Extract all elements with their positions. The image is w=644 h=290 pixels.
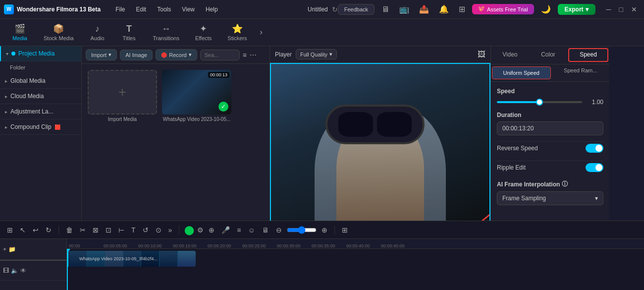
menu-tools[interactable]: Tools [152, 4, 176, 15]
tab-effects-label: Effects [195, 35, 212, 41]
tab-audio[interactable]: ♪ Audio [83, 21, 112, 44]
cloud-media-arrow: ▸ [5, 94, 7, 99]
settings-timeline-button[interactable]: ⚙ [197, 226, 204, 234]
mic-button[interactable]: 🎤 [219, 225, 232, 235]
plus-button[interactable]: ⊕ [320, 225, 329, 235]
assets-heart-icon: 💖 [478, 6, 485, 12]
separator [58, 226, 59, 234]
text-tool-button[interactable]: T [129, 225, 138, 235]
menu-help[interactable]: Help [201, 4, 223, 15]
color-button[interactable]: ⊙ [154, 225, 163, 235]
speed-btn[interactable]: ⊢ [116, 225, 126, 235]
video-clip[interactable]: WhatsApp Video 2023-10-05_3f4b2f4... [67, 251, 196, 267]
feedback-button[interactable]: Feedback [338, 4, 375, 15]
sidebar-item-compound-clip[interactable]: ▸ Compound Clip 🟥 [0, 119, 81, 135]
undo-button[interactable]: ↩ [31, 225, 41, 235]
delete-button[interactable]: 🗑 [64, 225, 75, 235]
maximize-button[interactable]: □ [616, 4, 626, 14]
quality-select[interactable]: Full Quality ▾ [296, 49, 337, 59]
project-title: Untitled [308, 6, 328, 13]
sidebar-item-folder[interactable]: Folder [0, 61, 81, 73]
select-tool-button[interactable]: ↖ [18, 225, 28, 235]
export-button[interactable]: Export ▾ [558, 4, 595, 15]
layout-button[interactable]: ⊞ [340, 225, 350, 235]
quality-label: Full Quality [300, 52, 327, 58]
record-label: Record [169, 52, 186, 58]
overlay-button[interactable]: ⊕ [207, 225, 216, 235]
tab-color[interactable]: Color [529, 46, 567, 64]
tab-video[interactable]: Video [491, 46, 529, 64]
tab-transitions-label: Transitions [153, 35, 179, 41]
eye-button[interactable]: 👁 [20, 267, 26, 274]
tab-effects[interactable]: ✦ Effects [188, 20, 218, 44]
upload-icon[interactable]: 📤 [416, 3, 432, 15]
title-bar: W Wondershare Filmora 13 Beta File Edit … [0, 0, 644, 19]
grid-icon[interactable]: ⊞ [456, 3, 468, 15]
record-button[interactable]: ⬤ Record ▾ [156, 49, 197, 60]
assets-button[interactable]: 💖 Assets Free Trial [472, 4, 534, 14]
monitor-icon[interactable]: 🖥 [378, 4, 392, 15]
zoom-slider[interactable] [287, 226, 317, 234]
tab-media[interactable]: 🎬 Media [5, 20, 35, 44]
menu-file[interactable]: File [110, 4, 130, 15]
import-arrow-icon: ▾ [108, 52, 111, 58]
sidebar-item-cloud-media[interactable]: ▸ Cloud Media [0, 89, 81, 104]
ai-frame-label: AI Frame Interpolation ⓘ [497, 180, 603, 188]
ai-info-icon[interactable]: ⓘ [562, 180, 568, 188]
speed-label: Speed [497, 88, 603, 95]
tab-speed[interactable]: Speed [568, 48, 608, 62]
ruler-label-7: 00:00:35:00 [312, 243, 346, 248]
emoji-button[interactable]: ☺ [246, 225, 257, 235]
grid-view-button[interactable]: ⊞ [5, 225, 15, 235]
minus-button[interactable]: ⊖ [274, 225, 284, 235]
sidebar-item-project-media[interactable]: ▾ Project Media [0, 46, 81, 61]
more-options-button[interactable]: ⋯ [250, 51, 257, 59]
close-button[interactable]: ✕ [628, 4, 640, 14]
audio-track-button[interactable]: 🔈 [11, 267, 18, 274]
speed-slider[interactable] [497, 101, 582, 103]
sidebar-item-global-media[interactable]: ▸ Global Media [0, 73, 81, 89]
sidebar-item-adjustment[interactable]: ▸ Adjustment La... [0, 104, 81, 119]
split-button[interactable]: ⊠ [91, 225, 101, 235]
tab-speed-ramp[interactable]: Speed Ram... [552, 64, 610, 81]
cut-button[interactable]: ✂ [78, 225, 88, 235]
ripple-edit-toggle[interactable] [586, 163, 603, 172]
more-tools-button[interactable]: » [166, 225, 174, 235]
folder-track-button[interactable]: 📁 [8, 246, 16, 253]
minimize-button[interactable]: ─ [603, 4, 614, 14]
filter-button[interactable]: ≡ [243, 51, 247, 59]
crop-button[interactable]: ⊡ [104, 225, 113, 235]
player-label: Player [275, 51, 292, 58]
export-arrow-icon: ▾ [586, 6, 589, 13]
tab-titles[interactable]: T Titles [114, 21, 144, 44]
film-track-button[interactable]: 🎞 [3, 267, 9, 274]
tab-transitions[interactable]: ↔ Transitions [146, 21, 186, 44]
player-image-button[interactable]: 🖼 [478, 50, 485, 59]
sync-icon[interactable]: ↻ [332, 5, 338, 13]
reverse-speed-toggle[interactable] [586, 144, 603, 153]
search-input[interactable] [200, 50, 240, 60]
redo-button[interactable]: ↻ [44, 225, 54, 235]
menu-view[interactable]: View [177, 4, 200, 15]
rotate-button[interactable]: ↺ [141, 225, 151, 235]
tab-stickers[interactable]: ⭐ Stickers [220, 20, 254, 44]
screen-icon[interactable]: 📺 [396, 3, 412, 15]
ai-frame-dropdown[interactable]: Frame Sampling ▾ [497, 191, 603, 205]
bell-icon[interactable]: 🔔 [436, 3, 452, 15]
add-track-button[interactable]: + [3, 246, 6, 253]
menu-edit[interactable]: Edit [131, 4, 152, 15]
screen-rec-button[interactable]: 🖥 [260, 225, 271, 235]
theme-icon[interactable]: 🌙 [538, 3, 554, 15]
import-button[interactable]: Import ▾ [86, 49, 117, 60]
track-button[interactable]: ≡ [235, 225, 243, 235]
tab-stock-media[interactable]: 📦 Stock Media [37, 20, 81, 44]
track-controls: + 📁 🎞 🔈 👁 [0, 239, 67, 290]
compound-clip-badge: 🟥 [54, 124, 60, 130]
tab-uniform-speed[interactable]: Uniform Speed [492, 66, 551, 79]
timeline-area: ⊞ ↖ ↩ ↻ 🗑 ✂ ⊠ ⊡ ⊢ T ↺ ⊙ » ⬤ ⚙ ⊕ 🎤 ≡ ☺ 🖥 … [0, 221, 644, 290]
export-label: Export [565, 6, 584, 13]
video-thumb: 00:00:13 ✓ [162, 70, 231, 115]
record-timeline-button[interactable]: ⬤ [184, 225, 194, 235]
tabs-more-arrow[interactable]: › [256, 28, 266, 37]
ai-image-button[interactable]: AI Image [120, 50, 153, 60]
